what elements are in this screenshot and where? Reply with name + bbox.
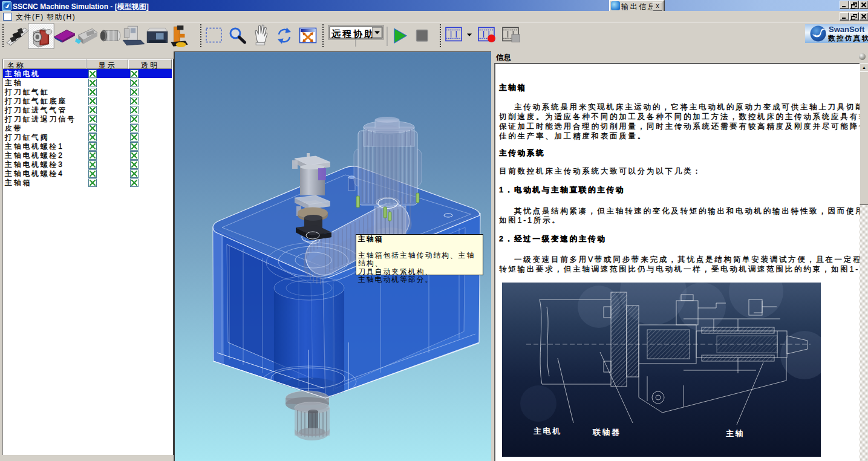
svg-text:主轴: 主轴 — [726, 429, 745, 438]
svg-text:远程协助: 远程协助 — [331, 28, 376, 39]
svg-text:SwanSoft: SwanSoft — [829, 25, 865, 34]
svg-text:数控仿真软件: 数控仿真软件 — [827, 34, 868, 42]
svg-text:主电机: 主电机 — [534, 427, 562, 436]
svg-text:联轴器: 联轴器 — [592, 428, 621, 437]
